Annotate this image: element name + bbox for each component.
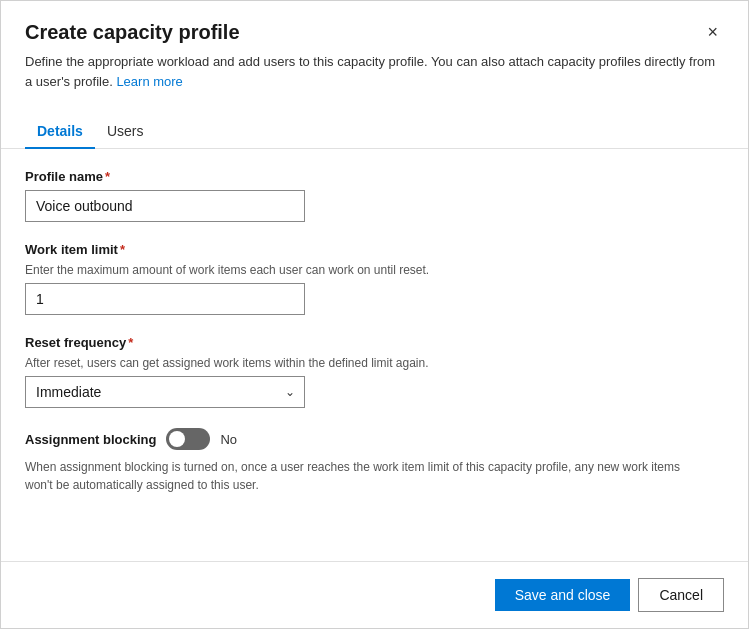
save-and-close-button[interactable]: Save and close: [495, 579, 631, 611]
reset-frequency-select[interactable]: Immediate Daily Weekly Monthly: [25, 376, 305, 408]
reset-frequency-select-wrapper: Immediate Daily Weekly Monthly ⌄: [25, 376, 305, 408]
assignment-blocking-status: No: [220, 432, 237, 447]
assignment-blocking-row: Assignment blocking No: [25, 428, 724, 450]
modal-footer: Save and close Cancel: [1, 561, 748, 628]
reset-frequency-group: Reset frequency* After reset, users can …: [25, 335, 724, 408]
profile-name-required: *: [105, 169, 110, 184]
tabs-container: Details Users: [1, 99, 748, 149]
reset-frequency-label: Reset frequency*: [25, 335, 724, 350]
reset-frequency-hint: After reset, users can get assigned work…: [25, 356, 724, 370]
tab-users[interactable]: Users: [95, 115, 156, 149]
assignment-blocking-label: Assignment blocking: [25, 432, 156, 447]
learn-more-link[interactable]: Learn more: [116, 74, 182, 89]
assignment-blocking-description: When assignment blocking is turned on, o…: [25, 458, 705, 494]
profile-name-group: Profile name*: [25, 169, 724, 222]
work-item-limit-group: Work item limit* Enter the maximum amoun…: [25, 242, 724, 315]
modal-body: Profile name* Work item limit* Enter the…: [1, 149, 748, 561]
assignment-blocking-group: Assignment blocking No When assignment b…: [25, 428, 724, 494]
assignment-blocking-toggle[interactable]: [166, 428, 210, 450]
work-item-limit-label: Work item limit*: [25, 242, 724, 257]
profile-name-label: Profile name*: [25, 169, 724, 184]
modal-description: Define the appropriate workload and add …: [1, 44, 748, 91]
close-button[interactable]: ×: [701, 21, 724, 43]
create-capacity-profile-modal: Create capacity profile × Define the app…: [0, 0, 749, 629]
tab-details[interactable]: Details: [25, 115, 95, 149]
work-item-limit-hint: Enter the maximum amount of work items e…: [25, 263, 724, 277]
work-item-limit-required: *: [120, 242, 125, 257]
modal-overlay: Create capacity profile × Define the app…: [0, 0, 749, 629]
modal-title: Create capacity profile: [25, 21, 240, 44]
profile-name-input[interactable]: [25, 190, 305, 222]
modal-header: Create capacity profile ×: [1, 1, 748, 44]
reset-frequency-required: *: [128, 335, 133, 350]
cancel-button[interactable]: Cancel: [638, 578, 724, 612]
work-item-limit-input[interactable]: [25, 283, 305, 315]
